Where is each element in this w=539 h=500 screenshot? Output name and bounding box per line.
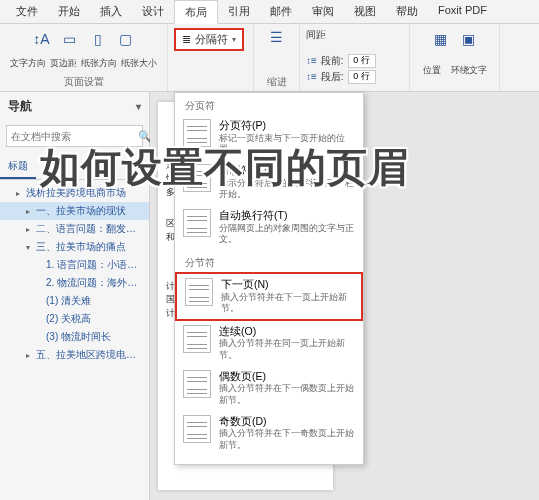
menu-item-title: 分栏符(C) — [219, 164, 355, 177]
break-preview-icon — [183, 209, 211, 237]
outline-tree: ▸浅析拉美跨境电商市场▸一、拉美市场的现状▸二、语言问题：翻发几乎无法阻挡▾三、… — [0, 180, 149, 500]
navigation-pane: 导航 ▾ 🔍 标题 页面 结果 ▸浅析拉美跨境电商市场▸一、拉美市场的现状▸二、… — [0, 92, 150, 500]
menu-item-desc: 插入分节符并在下一奇数页上开始新节。 — [219, 428, 355, 451]
spacing-before-input[interactable] — [348, 54, 376, 68]
breaks-icon: ≣ — [182, 33, 191, 46]
menu-section-header: 分页符 — [175, 93, 363, 115]
outline-item[interactable]: (2) 关税高 — [0, 310, 149, 328]
tab-foxit[interactable]: Foxit PDF — [428, 0, 497, 23]
nav-tab-pages[interactable]: 页面 — [36, 155, 72, 179]
nav-tabs: 标题 页面 结果 — [0, 155, 149, 180]
tab-review[interactable]: 审阅 — [302, 0, 344, 23]
margins-label: 页边距 — [50, 57, 77, 70]
breaks-group: ≣ 分隔符 ▾ — [168, 24, 254, 91]
outline-item[interactable]: ▸二、语言问题：翻发几乎无法阻挡 — [0, 220, 149, 238]
spacing-after-label: 段后: — [321, 70, 344, 84]
break-preview-icon — [185, 278, 213, 306]
indent-icon[interactable]: ☰ — [266, 26, 288, 48]
orientation-label: 纸张方向 — [81, 57, 117, 70]
page-setup-group-label: 页面设置 — [64, 75, 104, 89]
text-direction-icon[interactable]: ↕A — [31, 28, 53, 50]
search-input[interactable] — [11, 128, 138, 144]
wrap-label: 环绕文字 — [451, 64, 487, 77]
menu-item-desc: 插入分节符并在下一页上开始新节。 — [221, 292, 353, 315]
size-label: 纸张大小 — [121, 57, 157, 70]
tab-insert[interactable]: 插入 — [90, 0, 132, 23]
tab-view[interactable]: 视图 — [344, 0, 386, 23]
menu-item-desc: 标记一页结束与下一页开始的位置。 — [219, 133, 355, 156]
tab-file[interactable]: 文件 — [6, 0, 48, 23]
outline-item[interactable]: ▸五、拉美地区跨境电商行业 — [0, 346, 149, 364]
break-preview-icon — [183, 325, 211, 353]
outline-item[interactable]: ▸浅析拉美跨境电商市场 — [0, 184, 149, 202]
menu-item-desc: 插入分节符并在下一偶数页上开始新节。 — [219, 383, 355, 406]
nav-title-bar: 导航 ▾ — [0, 92, 149, 121]
chevron-down-icon: ▾ — [232, 35, 236, 44]
wrap-text-icon[interactable]: ▣ — [458, 28, 480, 50]
breaks-dropdown-menu: 分页符分页符(P)标记一页结束与下一页开始的位置。分栏符(C)指示分栏符后面的文… — [174, 92, 364, 465]
spacing-label: 间距 — [306, 26, 326, 44]
menu-section-header: 分节符 — [175, 250, 363, 272]
position-icon[interactable]: ▦ — [430, 28, 452, 50]
spacing-before-label: 段前: — [321, 54, 344, 68]
nav-search-box[interactable]: 🔍 — [6, 125, 143, 147]
tab-design[interactable]: 设计 — [132, 0, 174, 23]
menu-item[interactable]: 分栏符(C)指示分栏符后面的文字将从下一栏开始。 — [175, 160, 363, 205]
ribbon-tabs: 文件 开始 插入 设计 布局 引用 邮件 审阅 视图 帮助 Foxit PDF — [0, 0, 539, 24]
size-icon[interactable]: ▢ — [115, 28, 137, 50]
menu-item-desc: 指示分栏符后面的文字将从下一栏开始。 — [219, 178, 355, 201]
position-label: 位置 — [423, 64, 441, 77]
orientation-icon[interactable]: ▯ — [87, 28, 109, 50]
tab-references[interactable]: 引用 — [218, 0, 260, 23]
indent-group: ☰ 缩进 — [254, 24, 300, 91]
outline-item[interactable]: (1) 清关难 — [0, 292, 149, 310]
nav-title: 导航 — [8, 98, 32, 115]
indent-label: 缩进 — [267, 75, 287, 89]
menu-item[interactable]: 连续(O)插入分节符并在同一页上开始新节。 — [175, 321, 363, 366]
tab-help[interactable]: 帮助 — [386, 0, 428, 23]
outline-item[interactable]: 1. 语言问题：小语种不能... — [0, 256, 149, 274]
spacing-group: 间距 ↕≡段前: ↕≡段后: — [300, 24, 410, 91]
outline-item[interactable]: ▾三、拉美市场的痛点 — [0, 238, 149, 256]
break-preview-icon — [183, 119, 211, 147]
menu-item-desc: 分隔网页上的对象周围的文字与正文。 — [219, 223, 355, 246]
outline-item[interactable]: ▸一、拉美市场的现状 — [0, 202, 149, 220]
breaks-button-label: 分隔符 — [195, 32, 228, 47]
nav-tab-headings[interactable]: 标题 — [0, 155, 36, 179]
tab-mailings[interactable]: 邮件 — [260, 0, 302, 23]
menu-item[interactable]: 分页符(P)标记一页结束与下一页开始的位置。 — [175, 115, 363, 160]
arrange-group: ▦ ▣ 位置 环绕文字 — [410, 24, 500, 91]
outline-item[interactable]: 2. 物流问题：海外仓是必... — [0, 274, 149, 292]
text-direction-label: 文字方向 — [10, 57, 46, 70]
breaks-dropdown[interactable]: ≣ 分隔符 ▾ — [174, 28, 244, 51]
menu-item-title: 连续(O) — [219, 325, 355, 338]
menu-item[interactable]: 自动换行符(T)分隔网页上的对象周围的文字与正文。 — [175, 205, 363, 250]
menu-item-title: 偶数页(E) — [219, 370, 355, 383]
tab-home[interactable]: 开始 — [48, 0, 90, 23]
menu-item[interactable]: 下一页(N)插入分节符并在下一页上开始新节。 — [175, 272, 363, 321]
margins-icon[interactable]: ▭ — [59, 28, 81, 50]
menu-item-title: 分页符(P) — [219, 119, 355, 132]
menu-item[interactable]: 奇数页(D)插入分节符并在下一奇数页上开始新节。 — [175, 411, 363, 456]
tab-layout[interactable]: 布局 — [174, 0, 218, 24]
ribbon-body: ↕A ▭ ▯ ▢ 文字方向 页边距 纸张方向 纸张大小 页面设置 ≣ 分隔符 ▾… — [0, 24, 539, 92]
menu-item[interactable]: 偶数页(E)插入分节符并在下一偶数页上开始新节。 — [175, 366, 363, 411]
break-preview-icon — [183, 164, 211, 192]
break-preview-icon — [183, 370, 211, 398]
menu-item-title: 下一页(N) — [221, 278, 353, 291]
main-area: 导航 ▾ 🔍 标题 页面 结果 ▸浅析拉美跨境电商市场▸一、拉美市场的现状▸二、… — [0, 92, 539, 500]
menu-item-title: 奇数页(D) — [219, 415, 355, 428]
outline-item[interactable]: (3) 物流时间长 — [0, 328, 149, 346]
page-setup-group: ↕A ▭ ▯ ▢ 文字方向 页边距 纸张方向 纸张大小 页面设置 — [0, 24, 168, 91]
spacing-after-input[interactable] — [348, 70, 376, 84]
chevron-down-icon[interactable]: ▾ — [136, 101, 141, 112]
menu-item-desc: 插入分节符并在同一页上开始新节。 — [219, 338, 355, 361]
nav-tab-results[interactable]: 结果 — [72, 155, 108, 179]
break-preview-icon — [183, 415, 211, 443]
menu-item-title: 自动换行符(T) — [219, 209, 355, 222]
